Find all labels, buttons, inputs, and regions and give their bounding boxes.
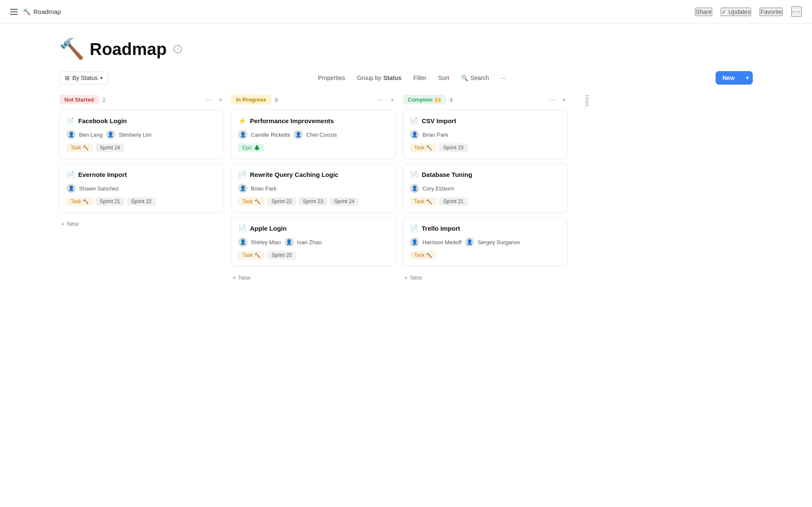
properties-button[interactable]: Properties	[313, 72, 350, 84]
card-in-progress-0[interactable]: ⚡Performance Improvements👤Camille Ricket…	[231, 110, 396, 159]
tag[interactable]: Sprint 23	[299, 197, 327, 206]
column-count-not-started: 2	[102, 96, 106, 103]
tag[interactable]: Task 🔨	[410, 251, 436, 259]
avatar: 👤	[106, 130, 115, 139]
status-badge-not-started: Not Started	[59, 95, 99, 105]
tag[interactable]: Sprint 22	[127, 197, 156, 206]
add-new-in-progress[interactable]: + New	[231, 271, 252, 284]
by-status-label: By Status	[72, 74, 98, 81]
column-actions-in-progress: ···+	[376, 95, 396, 105]
tag[interactable]: Sprint 20	[267, 251, 296, 259]
column-add-in-progress[interactable]: +	[389, 95, 396, 105]
favorite-button[interactable]: Favorite	[760, 8, 783, 16]
search-button[interactable]: 🔍 Search	[456, 72, 494, 84]
group-by-label: Group by	[357, 74, 381, 81]
topbar-left: 🔨 Roadmap	[10, 8, 61, 16]
card-assignees: 👤Brian Park	[238, 184, 389, 193]
tag[interactable]: Sprint 24	[330, 197, 359, 206]
card-complete-0[interactable]: 📄CSV Import👤Brian ParkTask 🔨Sprint 23	[403, 110, 568, 159]
card-assignees: 👤Shirley Miao👤Ivan Zhao	[238, 237, 389, 247]
tag[interactable]: Task 🔨	[66, 197, 93, 206]
tag[interactable]: Task 🔨	[238, 251, 265, 259]
avatar: 👤	[238, 184, 247, 193]
tag[interactable]: Sprint 23	[439, 143, 468, 152]
card-title-in-progress-1: 📄Rewrite Query Caching Logic	[238, 171, 389, 179]
assignee-name: Brian Park	[422, 132, 448, 138]
share-label: Share	[696, 8, 711, 15]
card-tags: Epic 🌲	[238, 143, 389, 152]
avatar: 👤	[410, 237, 419, 247]
column-menu-not-started[interactable]: ···	[204, 95, 213, 105]
avatar: 👤	[294, 130, 303, 139]
status-badge-in-progress: In Progress	[231, 95, 272, 105]
column-add-not-started[interactable]: +	[217, 95, 224, 105]
new-button[interactable]: New ▾	[716, 71, 753, 85]
tag[interactable]: Sprint 24	[96, 143, 124, 152]
card-tags: Task 🔨	[410, 251, 560, 259]
new-btn-arrow-icon[interactable]: ▾	[742, 72, 753, 84]
tag[interactable]: Sprint 21	[96, 197, 124, 206]
assignee-name: Chet Corcos	[306, 132, 337, 138]
add-new-complete[interactable]: + New	[403, 271, 424, 284]
group-by-value: Status	[383, 74, 401, 81]
tag[interactable]: Epic 🌲	[238, 143, 264, 152]
filter-label: Filter	[413, 74, 426, 81]
tag[interactable]: Task 🔨	[238, 197, 265, 206]
by-status-button[interactable]: ⊞ By Status ▾	[59, 72, 108, 84]
card-tags: Task 🔨Sprint 20	[238, 251, 389, 259]
tag[interactable]: Task 🔨	[410, 143, 436, 152]
sort-button[interactable]: Sort	[433, 72, 454, 84]
card-doc-icon: 📄	[410, 171, 418, 179]
column-menu-complete[interactable]: ···	[548, 95, 557, 105]
board-wrapper: Not Started2···+📄Facebook Login👤Ben Lang…	[0, 91, 812, 503]
card-doc-icon: 📄	[238, 224, 247, 232]
search-icon: 🔍	[461, 74, 468, 81]
card-title-complete-2: 📄Trello Import	[410, 224, 560, 232]
card-tags: Task 🔨Sprint 21Sprint 22	[66, 197, 217, 206]
column-count-in-progress: 8	[275, 96, 278, 103]
card-complete-2[interactable]: 📄Trello Import👤Harrison Medoff👤Sergey Su…	[403, 217, 568, 267]
hidden-column-label: Hidd...	[584, 95, 590, 111]
card-in-progress-1[interactable]: 📄Rewrite Query Caching Logic👤Brian ParkT…	[231, 163, 396, 213]
card-title-in-progress-0: ⚡Performance Improvements	[238, 117, 389, 125]
tag[interactable]: Sprint 21	[439, 197, 468, 206]
plus-icon: +	[233, 274, 236, 281]
card-doc-icon: 📄	[66, 117, 75, 125]
tag[interactable]: Task 🔨	[66, 143, 93, 152]
more-toolbar-button[interactable]: ···	[496, 72, 511, 84]
filter-button[interactable]: Filter	[408, 72, 431, 84]
app-title-text: Roadmap	[33, 8, 61, 15]
card-complete-1[interactable]: 📄Database Tuning👤Cory EtzkornTask 🔨Sprin…	[403, 163, 568, 213]
share-button[interactable]: Share	[695, 8, 712, 16]
tag[interactable]: Sprint 22	[267, 197, 296, 206]
info-icon[interactable]: i	[173, 45, 182, 53]
card-in-progress-2[interactable]: 📄Apple Login👤Shirley Miao👤Ivan ZhaoTask …	[231, 217, 396, 267]
check-icon: ✓	[721, 8, 727, 15]
card-not-started-0[interactable]: 📄Facebook Login👤Ben Lang👤Slimberly LimTa…	[59, 110, 224, 159]
menu-icon[interactable]	[10, 9, 18, 15]
status-badge-complete: Complete 🙌	[403, 95, 446, 105]
card-title-not-started-0: 📄Facebook Login	[66, 117, 217, 125]
tag[interactable]: Task 🔨	[410, 197, 436, 206]
column-menu-in-progress[interactable]: ···	[376, 95, 385, 105]
add-new-not-started[interactable]: + New	[59, 217, 80, 231]
more-options-button[interactable]: ···	[791, 6, 802, 17]
updates-button[interactable]: ✓ Updates	[721, 8, 751, 16]
new-button-label: New	[716, 71, 741, 85]
assignee-name: Harrison Medoff	[422, 239, 461, 245]
toolbar: ⊞ By Status ▾ Properties Group by Status…	[0, 71, 812, 91]
card-title-text: Trello Import	[422, 225, 460, 232]
card-assignees: 👤Cory Etzkorn	[410, 184, 560, 193]
grid-icon: ⊞	[65, 74, 70, 81]
card-assignees: 👤Harrison Medoff👤Sergey Surganov	[410, 237, 560, 247]
card-not-started-1[interactable]: 📄Evernote Import👤Shawn SanchezTask 🔨Spri…	[59, 163, 224, 213]
page-icon: 🔨	[59, 37, 85, 61]
group-by-button[interactable]: Group by Status	[352, 72, 406, 84]
column-add-complete[interactable]: +	[560, 95, 568, 105]
column-actions-complete: ···+	[548, 95, 568, 105]
avatar: 👤	[238, 130, 247, 139]
assignee-name: Cory Etzkorn	[422, 185, 454, 192]
avatar: 👤	[66, 130, 76, 139]
assignee-name: Shirley Miao	[251, 239, 281, 245]
card-title-text: Apple Login	[250, 225, 287, 232]
